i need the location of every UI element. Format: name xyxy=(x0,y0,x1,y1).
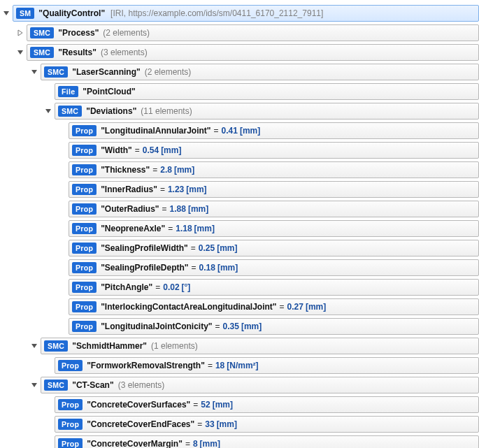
prop-tag: Prop xyxy=(72,243,96,254)
tree-row-laser[interactable]: SMC LaserScanning (2 elements) xyxy=(0,63,479,81)
prop-tag: Prop xyxy=(72,321,96,332)
prop-unit: [mm] xyxy=(217,263,238,273)
prop-unit: [mm] xyxy=(194,224,215,233)
prop-unit: [mm] xyxy=(186,185,206,194)
tree-row-pointcloud[interactable]: File PointCloud xyxy=(0,82,479,101)
smc-tag: SMC xyxy=(58,106,82,117)
prop-value: 52 xyxy=(201,400,210,410)
node-name: Deviations xyxy=(86,106,136,116)
prop-tag: Prop xyxy=(72,203,96,215)
smc-tag: SMC xyxy=(44,66,68,78)
tree-row-prop[interactable]: PropConcreteCoverEndFaces=33[mm] xyxy=(0,415,479,433)
tree-row-prop[interactable]: PropConcreteCoverMargin=8[mm] xyxy=(0,435,479,448)
tree-row-deviations[interactable]: SMC Deviations (11 elements) xyxy=(0,102,479,120)
tree-row-root[interactable]: SM QualityControl [IRI, https://example.… xyxy=(0,4,479,22)
prop-name: NeopreneAxle xyxy=(101,224,165,233)
prop-unit: [mm] xyxy=(240,126,260,136)
prop-name: InterlockingContactAreaLongitudinalJoint xyxy=(101,302,276,312)
expand-toggle[interactable] xyxy=(15,48,25,57)
prop-tag: Prop xyxy=(72,164,96,175)
prop-name: LongitudinalJointConicity xyxy=(101,321,212,331)
tree-row-prop[interactable]: PropPitchAngle=0.02[°] xyxy=(0,278,479,296)
tree-row-prop[interactable]: PropSealingProfileDepth=0.18[mm] xyxy=(0,259,479,277)
expand-toggle[interactable] xyxy=(29,380,39,390)
prop-tag: Prop xyxy=(58,438,83,448)
element-count: (3 elements) xyxy=(101,48,148,57)
tree-row-prop[interactable]: PropLongitudinalAnnularJoint=0.41[mm] xyxy=(0,122,479,140)
tree-row-prop[interactable]: PropWidth=0.54[mm] xyxy=(0,141,479,159)
smc-tag: SMC xyxy=(30,27,54,38)
prop-name: ConcreteCoverMargin xyxy=(87,439,183,448)
prop-unit: [mm] xyxy=(217,419,237,429)
tree-row-prop[interactable]: PropInnerRadius=1.23[mm] xyxy=(0,180,479,198)
prop-value: 0.02 xyxy=(163,282,179,292)
sm-tag: SM xyxy=(16,8,34,19)
prop-value: 1.23 xyxy=(168,185,184,194)
submodel-tree: SM QualityControl [IRI, https://example.… xyxy=(0,0,479,448)
node-name: QualityControl xyxy=(38,8,105,18)
node-name: Results xyxy=(58,48,96,57)
tree-row-results[interactable]: SMC Results (3 elements) xyxy=(0,43,479,62)
tree-row-prop[interactable]: PropFormworkRemovalStrength=18[N/mm²] xyxy=(0,356,479,375)
prop-tag: Prop xyxy=(58,360,83,371)
prop-value: 1.88 xyxy=(170,204,186,214)
prop-value: 0.41 xyxy=(222,126,238,136)
tree-row-process[interactable]: SMC Process (2 elements) xyxy=(0,24,479,42)
tree-row-prop[interactable]: PropInterlockingContactAreaLongitudinalJ… xyxy=(0,298,479,316)
prop-tag: Prop xyxy=(58,399,83,410)
node-name: LaserScanning xyxy=(72,67,140,77)
prop-name: ConcreteCoverSurfaces xyxy=(87,400,190,410)
iri-text: [IRI, https://example.com/ids/sm/0411_61… xyxy=(110,8,323,18)
prop-value: 1.18 xyxy=(176,224,192,233)
expand-toggle[interactable] xyxy=(43,106,53,116)
element-count: (11 elements) xyxy=(141,106,192,116)
prop-tag: Prop xyxy=(72,282,96,293)
prop-value: 33 xyxy=(205,419,214,429)
file-tag: File xyxy=(58,86,78,97)
tree-row-prop[interactable]: PropConcreteCoverSurfaces=52[mm] xyxy=(0,396,479,414)
prop-unit: [mm] xyxy=(213,400,233,410)
prop-tag: Prop xyxy=(72,145,96,156)
expand-toggle[interactable] xyxy=(29,67,39,77)
prop-unit: [°] xyxy=(182,282,191,292)
prop-name: SealingProfileWidth xyxy=(101,243,188,253)
prop-value: 18 xyxy=(215,361,224,370)
prop-unit: [mm] xyxy=(200,439,220,448)
prop-value: 0.35 xyxy=(223,321,239,331)
element-count: (2 elements) xyxy=(103,28,150,38)
prop-tag: Prop xyxy=(58,419,83,430)
prop-name: InnerRadius xyxy=(101,185,157,194)
prop-tag: Prop xyxy=(72,262,96,273)
prop-value: 0.18 xyxy=(199,263,215,273)
element-count: (1 elements) xyxy=(151,341,198,351)
prop-value: 8 xyxy=(193,439,198,448)
prop-unit: [mm] xyxy=(306,302,326,312)
tree-row-prop[interactable]: PropSealingProfileWidth=0.25[mm] xyxy=(0,239,479,257)
prop-tag: Prop xyxy=(72,184,96,195)
smc-tag: SMC xyxy=(44,380,68,391)
smc-tag: SMC xyxy=(30,47,54,58)
prop-unit: [mm] xyxy=(174,165,194,175)
prop-name: ConcreteCoverEndFaces xyxy=(87,419,194,429)
tree-row-prop[interactable]: PropOuterRadius=1.88[mm] xyxy=(0,200,479,218)
prop-unit: [mm] xyxy=(217,243,237,253)
prop-unit: [mm] xyxy=(188,204,208,214)
prop-name: OuterRadius xyxy=(101,204,159,214)
expand-toggle[interactable] xyxy=(1,8,11,18)
tree-row-prop[interactable]: PropThickness=2.8[mm] xyxy=(0,161,479,179)
prop-name: PitchAngle xyxy=(101,282,152,292)
tree-row-prop[interactable]: PropNeopreneAxle=1.18[mm] xyxy=(0,219,479,238)
tree-row-schmidt[interactable]: SMC SchmidtHammer (1 elements) xyxy=(0,337,479,355)
tree-row-prop[interactable]: PropLongitudinalJointConicity=0.35[mm] xyxy=(0,317,479,335)
node-name: PointCloud xyxy=(83,87,135,96)
prop-value: 2.8 xyxy=(160,165,172,175)
prop-unit: [mm] xyxy=(161,145,181,155)
prop-name: SealingProfileDepth xyxy=(101,263,188,273)
prop-tag: Prop xyxy=(72,125,96,136)
tree-row-ctscan[interactable]: SMC CT-Scan (3 elements) xyxy=(0,376,479,394)
expand-toggle[interactable] xyxy=(29,341,39,351)
prop-unit: [mm] xyxy=(241,321,262,331)
prop-value: 0.27 xyxy=(287,302,303,312)
prop-value: 0.25 xyxy=(199,243,215,253)
expand-toggle[interactable] xyxy=(15,28,25,38)
